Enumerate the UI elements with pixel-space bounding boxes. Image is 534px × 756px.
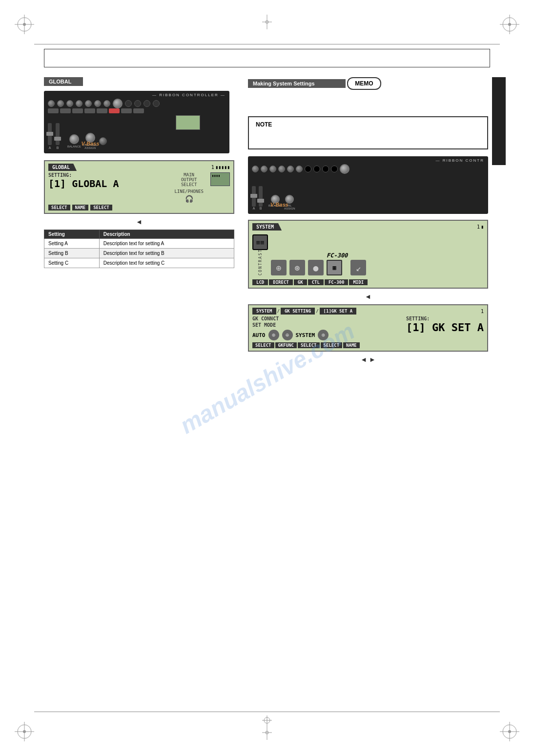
lcd-system: SYSTEM 1 ▮ ≡≡ CONTRAST ⊕ ⊛ ● FC-300 — [248, 220, 488, 289]
sys-tab-midi: MIDI — [349, 279, 368, 285]
lcd-global-top: GLOBAL 1 ▮▮▮▮▮ — [48, 164, 230, 171]
corner-tr — [500, 15, 519, 34]
btn-1 — [48, 108, 59, 113]
lcd-global-bottom: SELECT NAME SELECT — [48, 205, 230, 210]
lcd-gk-tabs: SYSTEM / GK SETTING / [1]GK SET A — [252, 308, 356, 315]
fader-handle-a — [46, 132, 53, 136]
gk-connct-label: GK CONNCT — [252, 316, 329, 321]
knob-3 — [66, 100, 73, 107]
button-round-4 — [153, 100, 160, 107]
gk-icon-2: ⊕ — [282, 330, 293, 340]
memo-label: MEMO — [355, 80, 373, 87]
right-column: Making System Settings MEMO NOTE — RIBBO… — [248, 77, 488, 365]
sub-lcd: ▮▮▮▮ — [210, 172, 230, 186]
left-arrow-1: ◄ — [44, 218, 234, 226]
table-header-2: Description — [99, 230, 234, 239]
lcd-global: GLOBAL 1 ▮▮▮▮▮ SETTING: [1] GLOBAL A MAI… — [44, 160, 234, 214]
corner-bl — [15, 722, 34, 741]
r-btn-3 — [322, 166, 329, 172]
ribbon-label-right: — RIBBON CONTR — [435, 158, 484, 163]
left-device-panel: — RIBBON CONTROLLER — — [44, 91, 229, 153]
vbass-logo-right: V-Bass — [270, 202, 288, 208]
settings-table: Setting Description Setting A Descriptio… — [44, 230, 234, 268]
gk-left: GK CONNCT SET MODE AUTO ⊛ ⊕ SYSTEM ⊛ — [252, 316, 329, 340]
fader-a — [48, 123, 52, 145]
top-rule — [34, 44, 500, 44]
table-row: Setting A Description text for setting A — [44, 239, 234, 249]
main-label: MAIN — [174, 172, 204, 177]
ctrl-label-1: BALANCE — [67, 145, 81, 148]
bottom-rule — [34, 712, 500, 712]
sys-tab-fc300: FC-300 — [325, 279, 349, 285]
contrast-label: CONTRAST — [258, 251, 263, 275]
gk-btn-select-1[interactable]: SELECT — [252, 342, 274, 348]
btn-3 — [72, 108, 83, 113]
right-knobs-top — [252, 164, 349, 174]
button-round-3 — [144, 100, 150, 107]
sys-battery-icon: ▮ — [481, 224, 484, 230]
lcd-system-battery: 1 ▮ — [477, 224, 484, 230]
sys-icon-5: ▦ — [327, 260, 342, 275]
sub-lcd-content: ▮▮▮▮ — [211, 173, 229, 179]
gk-btn-gkfunc[interactable]: GKFUNC — [275, 342, 297, 348]
ctrl-knob-1 — [69, 134, 79, 144]
sys-icon-2: ⊕ — [271, 260, 287, 275]
r-fader-a-label: A — [253, 207, 255, 210]
left-section-label: GLOBAL — [44, 77, 83, 86]
gk-icon-1: ⊛ — [268, 330, 279, 340]
corner-tl — [15, 15, 34, 34]
table-cell-desc-1: Description text for setting A — [99, 239, 234, 249]
lcd-gk-top: SYSTEM / GK SETTING / [1]GK SET A 1 — [252, 308, 484, 315]
ctrl-knob-3 — [99, 137, 107, 145]
knob-ctrl-1: BALANCE — [67, 134, 81, 148]
knob-6 — [94, 100, 101, 107]
func-btn-select-2[interactable]: SELECT — [90, 205, 112, 210]
lcd-right-side: MAIN OUTPUT SELECT LINE/PHONES 🎧 — [174, 172, 204, 203]
memo-content — [248, 95, 488, 109]
right-device-panel: — RIBBON CONTR — [248, 156, 488, 214]
r-lower: A B BALANCE CTRLASSIGN — [252, 186, 295, 210]
gk-battery: 1 — [481, 309, 484, 314]
sys-icon-3: ⊛ — [289, 260, 305, 275]
func-btn-select-1[interactable]: SELECT — [48, 205, 70, 210]
gk-set-mode-label: SET MODE — [252, 322, 329, 328]
button-round-1 — [125, 100, 132, 107]
table-cell-setting-1: Setting A — [44, 239, 100, 249]
right-section-label: Making System Settings — [248, 79, 346, 88]
gk-tab-sep-1: / — [276, 308, 281, 315]
sys-tab-ctl: CTL — [308, 279, 324, 285]
vbass-logo-area: V-Bass — [81, 141, 99, 147]
gk-value: [1] GK SET A — [406, 321, 484, 334]
gk-icon-3: ⊛ — [318, 330, 329, 340]
knob-2 — [57, 100, 64, 107]
lower-section: A B BALANCE CONTROLASSIGN — [48, 123, 107, 149]
gk-tab-sep-2: / — [315, 308, 319, 315]
gk-tab-gkset: [1]GK SET A — [320, 308, 357, 315]
lcd-system-tab: SYSTEM — [252, 223, 282, 231]
lcd-left-side: SETTING: [1] GLOBAL A — [48, 172, 119, 189]
header-box — [44, 49, 490, 67]
func-btn-name[interactable]: NAME — [72, 205, 89, 210]
contrast-section: ≡≡ CONTRAST — [252, 234, 268, 275]
r-fader-handle-b — [257, 199, 264, 203]
fader-label-b: B — [57, 146, 59, 149]
note-content — [256, 130, 480, 145]
lcd-gk-setting: SYSTEM / GK SETTING / [1]GK SET A 1 GK C… — [248, 304, 488, 352]
table-cell-desc-3: Description text for setting C — [99, 258, 234, 268]
gk-btn-select-3[interactable]: SELECT — [321, 342, 343, 348]
gk-btn-select-2[interactable]: SELECT — [298, 342, 320, 348]
device-lcd — [176, 115, 200, 130]
table-row: Setting C Description text for setting C — [44, 258, 234, 268]
r-fader-a: A — [252, 186, 256, 210]
knobs-top-row — [48, 99, 160, 108]
line-phones-label: LINE/PHONES — [174, 189, 204, 194]
lcd-battery-indicator: 1 ▮▮▮▮▮ — [211, 165, 230, 170]
svg-point-7 — [508, 23, 511, 26]
lcd-system-tabs: LCD DIRECT GK CTL FC-300 MIDI — [252, 279, 484, 285]
output-label: OUTPUT — [174, 177, 204, 182]
button-round-2 — [134, 100, 141, 107]
table-cell-desc-2: Description text for setting B — [99, 249, 234, 258]
gk-btn-name[interactable]: NAME — [343, 342, 360, 348]
r-knob-5 — [287, 166, 294, 172]
gk-right: SETTING: [1] GK SET A — [406, 316, 484, 334]
